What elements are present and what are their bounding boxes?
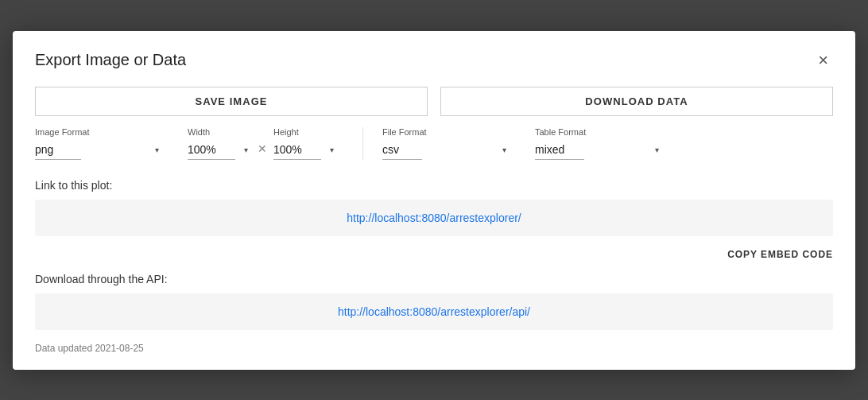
height-label: Height — [273, 127, 337, 137]
download-data-button[interactable]: DOWNLOAD DATA — [440, 87, 833, 116]
image-format-arrow-icon: ▾ — [155, 146, 159, 154]
table-format-label: Table Format — [535, 127, 662, 137]
width-select[interactable]: 100% 50% 200% — [188, 140, 235, 160]
table-format-select[interactable]: mixed plain — [535, 140, 584, 160]
plot-link[interactable]: http://localhost:8080/arrestexplorer/ — [347, 212, 521, 224]
width-arrow-icon: ▾ — [244, 146, 248, 154]
height-select[interactable]: 100% 50% 200% — [273, 140, 321, 160]
vertical-divider — [362, 127, 363, 160]
table-format-select-wrapper: mixed plain ▾ — [535, 140, 662, 160]
dimension-separator: ✕ — [258, 142, 267, 155]
height-group: Height 100% 50% 200% ▾ — [273, 127, 337, 160]
data-updated-text: Data updated 2021-08-25 — [35, 343, 833, 354]
file-format-label: File Format — [382, 127, 510, 137]
height-arrow-icon: ▾ — [330, 146, 334, 154]
width-group: Width 100% 50% 200% ▾ — [188, 127, 251, 160]
copy-embed-button[interactable]: COPY EMBED CODE — [727, 249, 833, 260]
image-format-label: Image Format — [35, 127, 162, 137]
api-link[interactable]: http://localhost:8080/arrestexplorer/api… — [338, 305, 530, 318]
file-format-group: File Format csv json xlsx ▾ — [382, 127, 510, 160]
table-format-group: Table Format mixed plain ▾ — [535, 127, 662, 160]
link-section-label: Link to this plot: — [35, 179, 833, 192]
api-section: Download through the API: http://localho… — [35, 273, 833, 330]
link-box: http://localhost:8080/arrestexplorer/ — [35, 200, 833, 236]
image-format-select[interactable]: png svg jpeg webp — [35, 140, 81, 160]
file-format-arrow-icon: ▾ — [502, 146, 506, 154]
file-format-select[interactable]: csv json xlsx — [382, 140, 422, 160]
fields-row: Image Format png svg jpeg webp ▾ Width 1 — [35, 127, 833, 160]
link-section: Link to this plot: http://localhost:8080… — [35, 179, 833, 236]
width-label: Width — [188, 127, 251, 137]
close-button[interactable]: × — [813, 50, 833, 71]
export-modal: Export Image or Data × SAVE IMAGE DOWNLO… — [13, 31, 855, 370]
copy-embed-row: COPY EMBED CODE — [35, 249, 833, 260]
table-format-arrow-icon: ▾ — [655, 146, 659, 154]
api-link-box: http://localhost:8080/arrestexplorer/api… — [35, 293, 833, 330]
api-section-label: Download through the API: — [35, 273, 833, 285]
modal-header: Export Image or Data × — [35, 50, 833, 71]
save-image-button[interactable]: SAVE IMAGE — [35, 87, 428, 116]
modal-title: Export Image or Data — [35, 51, 186, 69]
top-buttons: SAVE IMAGE DOWNLOAD DATA — [35, 87, 833, 116]
height-select-wrapper: 100% 50% 200% ▾ — [273, 140, 337, 160]
width-select-wrapper: 100% 50% 200% ▾ — [188, 140, 251, 160]
modal-overlay: Export Image or Data × SAVE IMAGE DOWNLO… — [0, 0, 868, 400]
image-format-select-wrapper: png svg jpeg webp ▾ — [35, 140, 162, 160]
image-format-group: Image Format png svg jpeg webp ▾ — [35, 127, 162, 160]
file-format-select-wrapper: csv json xlsx ▾ — [382, 140, 510, 160]
